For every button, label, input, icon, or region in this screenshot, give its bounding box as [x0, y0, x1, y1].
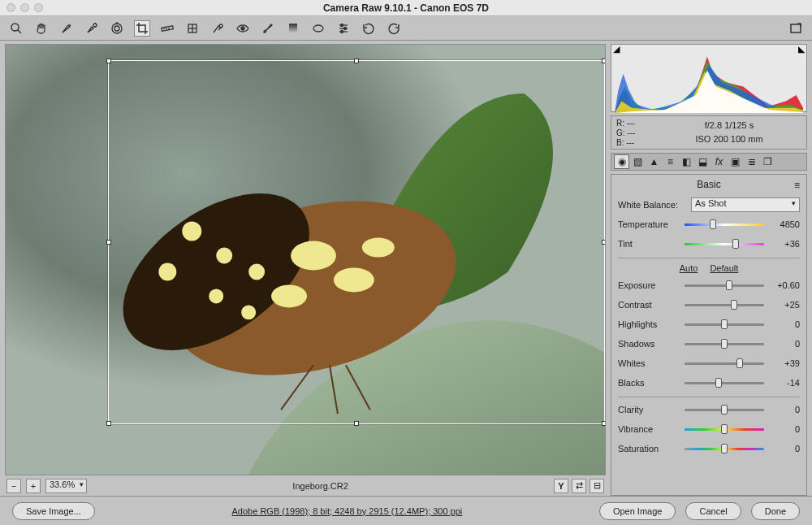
color-sampler-tool-icon[interactable]: [84, 20, 100, 37]
rotate-ccw-icon[interactable]: [361, 20, 377, 37]
blacks-slider[interactable]: [685, 380, 764, 386]
contrast-slider[interactable]: [685, 302, 764, 308]
highlights-label: Highlights: [618, 319, 681, 329]
targeted-adjustment-tool-icon[interactable]: [109, 20, 125, 37]
save-image-button[interactable]: Save Image...: [12, 502, 95, 520]
tab-detail-icon[interactable]: ▲: [646, 154, 662, 169]
hand-tool-icon[interactable]: [33, 20, 50, 37]
spot-removal-tool-icon[interactable]: [209, 20, 226, 37]
graduated-filter-icon[interactable]: [285, 20, 301, 37]
preview-statusbar: − + 33.6% Ingeborg.CR2 Y ⇄ ⊟: [5, 475, 606, 496]
clarity-slider[interactable]: [685, 406, 764, 413]
tab-snapshots-icon[interactable]: ❐: [760, 154, 775, 169]
toolbar: [0, 16, 812, 41]
transform-tool-icon[interactable]: [184, 20, 201, 37]
whites-slider[interactable]: [685, 360, 764, 367]
tab-camera-calibration-icon[interactable]: ▣: [728, 154, 743, 169]
svg-point-22: [341, 24, 343, 26]
readout-b: B: ---: [616, 138, 657, 148]
readout-g: G: ---: [616, 128, 657, 138]
tab-presets-icon[interactable]: ≣: [744, 154, 759, 169]
clarity-label: Clarity: [618, 405, 681, 414]
tab-tone-curve-icon[interactable]: ▧: [630, 154, 646, 169]
shadows-label: Shadows: [618, 339, 681, 349]
readout-iso-line: ISO 200 100 mm: [657, 132, 801, 146]
saturation-slider[interactable]: [685, 445, 764, 452]
panel-title: Basic: [697, 179, 720, 190]
histogram[interactable]: ◢ ◣: [611, 44, 807, 112]
preview-split-button[interactable]: ⊟: [590, 479, 604, 493]
svg-point-0: [11, 24, 19, 31]
red-eye-tool-icon[interactable]: [235, 20, 251, 37]
panel-menu-icon[interactable]: ≡: [794, 180, 800, 191]
fullscreen-toggle-icon[interactable]: [788, 20, 804, 37]
auto-link[interactable]: Auto: [680, 263, 698, 273]
temperature-value: 4850: [767, 219, 800, 229]
shadows-slider[interactable]: [685, 341, 764, 347]
preview-toggle-y-button[interactable]: Y: [554, 479, 568, 493]
rotate-cw-icon[interactable]: [386, 20, 402, 37]
cancel-button[interactable]: Cancel: [685, 502, 741, 520]
whites-value: +39: [767, 358, 800, 368]
zoom-tool-icon[interactable]: [8, 20, 24, 37]
svg-point-18: [313, 25, 323, 32]
preferences-icon[interactable]: [335, 20, 352, 37]
svg-point-6: [112, 24, 122, 33]
zoom-level-label: 33.6%: [50, 479, 75, 489]
vibrance-label: Vibrance: [618, 424, 681, 434]
zoom-out-button[interactable]: −: [6, 479, 21, 493]
whites-label: Whites: [618, 358, 681, 368]
svg-rect-17: [289, 24, 297, 33]
exposure-slider[interactable]: [685, 282, 764, 289]
svg-point-24: [341, 30, 343, 33]
crop-rectangle[interactable]: [108, 60, 605, 424]
saturation-label: Saturation: [618, 444, 681, 453]
blacks-value: -14: [767, 378, 800, 388]
crop-tool-icon[interactable]: [134, 20, 150, 37]
white-balance-tool-icon[interactable]: [58, 20, 75, 37]
preview-swap-button[interactable]: ⇄: [572, 479, 586, 493]
tint-label: Tint: [618, 239, 681, 249]
open-image-button[interactable]: Open Image: [599, 502, 676, 520]
basic-panel: Basic ≡ White Balance: As Shot Temperatu…: [611, 174, 807, 496]
default-link[interactable]: Default: [710, 263, 738, 273]
titlebar: Camera Raw 9.10.1 - Canon EOS 7D: [0, 0, 812, 16]
saturation-value: 0: [767, 444, 800, 453]
shadows-value: 0: [767, 339, 800, 349]
tint-value: +36: [767, 239, 800, 249]
adjustment-panel-tabs: ◉ ▧ ▲ ≡ ◧ ⬓ fx ▣ ≣ ❐: [611, 153, 807, 171]
temperature-label: Temperature: [618, 219, 681, 229]
window-title: Camera Raw 9.10.1 - Canon EOS 7D: [0, 2, 812, 14]
svg-point-5: [114, 26, 119, 31]
svg-line-1: [18, 30, 21, 33]
done-button[interactable]: Done: [751, 502, 800, 520]
highlights-value: 0: [767, 319, 800, 329]
exposure-label: Exposure: [618, 280, 681, 290]
svg-point-16: [241, 27, 244, 30]
tab-lens-corrections-icon[interactable]: ⬓: [695, 154, 710, 169]
image-preview[interactable]: [5, 44, 606, 475]
adjustment-brush-icon[interactable]: [260, 20, 276, 37]
tint-slider[interactable]: [685, 241, 764, 247]
radial-filter-icon[interactable]: [310, 20, 326, 37]
tab-hsl-icon[interactable]: ≡: [663, 154, 678, 169]
vibrance-slider[interactable]: [685, 426, 764, 432]
zoom-in-button[interactable]: +: [26, 479, 41, 493]
tab-effects-icon[interactable]: fx: [711, 154, 727, 169]
clarity-value: 0: [767, 405, 800, 414]
tab-basic-icon[interactable]: ◉: [614, 154, 629, 169]
tab-split-toning-icon[interactable]: ◧: [679, 154, 694, 169]
exposure-value: +0.60: [767, 280, 800, 290]
highlights-slider[interactable]: [685, 321, 764, 328]
straighten-tool-icon[interactable]: [159, 20, 175, 37]
readout-r: R: ---: [616, 119, 657, 128]
svg-rect-8: [162, 25, 173, 30]
readout-panel: R: --- G: --- B: --- f/2.8 1/125 s ISO 2…: [611, 115, 807, 150]
svg-point-23: [344, 27, 347, 29]
svg-rect-25: [791, 24, 801, 33]
zoom-level-select[interactable]: 33.6%: [45, 479, 87, 493]
temperature-slider[interactable]: [685, 221, 764, 228]
white-balance-select[interactable]: As Shot: [691, 197, 800, 212]
workflow-options-link[interactable]: Adobe RGB (1998); 8 bit; 4248 by 2915 (1…: [105, 506, 590, 516]
svg-point-15: [219, 24, 222, 28]
